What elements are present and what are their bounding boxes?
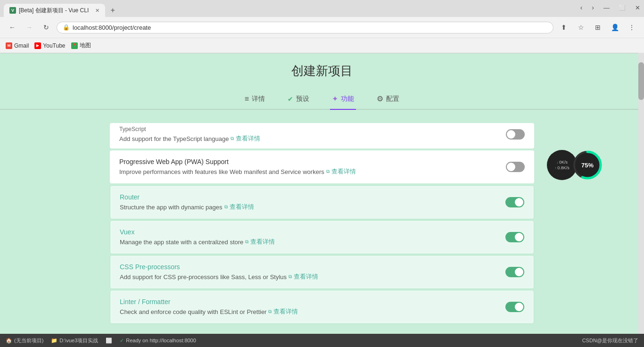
scrollbar-track[interactable] <box>638 53 644 334</box>
linter-link[interactable]: 查看详情 <box>273 307 298 316</box>
router-toggle[interactable] <box>505 197 524 207</box>
typescript-link-icon: ⧉ <box>231 136 234 141</box>
feature-pwa-name: Progressive Web App (PWA) Support <box>119 158 506 165</box>
router-link[interactable]: 查看详情 <box>230 203 254 211</box>
linter-toggle[interactable] <box>505 302 524 312</box>
features-icon: ✦ <box>332 94 338 103</box>
css-link-icon: ⧉ <box>289 274 292 280</box>
tab-presets-label: 预设 <box>296 95 309 103</box>
folder-icon: 📁 <box>51 338 58 344</box>
tab-features[interactable]: ✦ 功能 <box>330 91 356 110</box>
css-link[interactable]: 查看详情 <box>294 273 318 281</box>
router-link-icon: ⧉ <box>224 204 228 210</box>
tab-title: [Beta] 创建新项目 - Vue CLI <box>19 7 89 15</box>
forward-button[interactable]: → <box>23 21 36 34</box>
tab-config[interactable]: ⚙ 配置 <box>375 91 401 110</box>
bookmark-youtube-label: YouTube <box>43 42 65 49</box>
feature-pwa: Progressive Web App (PWA) Support Improv… <box>110 150 534 183</box>
feature-css-preprocessors: CSS Pre-processors Add support for CSS p… <box>110 255 534 289</box>
bookmark-gmail-label: Gmail <box>14 42 29 49</box>
status-path: 📁 D:\vue3项目实战 <box>51 337 98 344</box>
typescript-link[interactable]: 查看详情 <box>236 134 260 143</box>
feature-css-name: CSS Pre-processors <box>120 263 505 271</box>
main-content: 创建新项目 ≡ 详情 ✔ 预设 ✦ 功能 ⚙ 配置 TypeScript Add… <box>0 53 644 347</box>
vuex-toggle[interactable] <box>505 232 524 242</box>
menu-button[interactable]: ⋮ <box>625 21 638 34</box>
home-icon: 🏠 <box>6 338 12 344</box>
minimize-button[interactable]: — <box>603 4 610 11</box>
profile-button[interactable]: 👤 <box>608 21 621 34</box>
tab-scroll-left[interactable]: ‹ <box>580 4 583 11</box>
share-button[interactable]: ⬆ <box>557 21 570 34</box>
terminal-icon: ⬜ <box>106 338 112 344</box>
tab-scroll-right[interactable]: › <box>592 4 594 11</box>
tab-details-label: 详情 <box>252 95 265 103</box>
feature-typescript: TypeScript Add support for the TypeScrip… <box>110 123 534 149</box>
feature-vuex-name: Vuex <box>120 228 505 236</box>
feature-router: Router Structure the app with dynamic pa… <box>110 185 534 219</box>
typescript-toggle[interactable] <box>506 129 525 140</box>
close-button[interactable]: ✕ <box>635 4 640 11</box>
feature-typescript-desc: Add support for the TypeScript language … <box>119 134 506 143</box>
page-title: 创建新项目 <box>291 63 353 79</box>
tab-features-label: 功能 <box>341 95 354 103</box>
sidebar-button[interactable]: ⊞ <box>591 21 604 34</box>
feature-linter-name: Linter / Formatter <box>120 298 505 306</box>
lock-icon: 🔒 <box>63 24 70 31</box>
status-bar: 🏠 (无当前项目) 📁 D:\vue3项目实战 ⬜ ✓ Ready on htt… <box>0 334 644 347</box>
network-widget: ↓ 0K/s ↑ 0.8K/s 75% <box>547 150 603 180</box>
feature-router-name: Router <box>120 193 505 201</box>
details-icon: ≡ <box>245 95 249 103</box>
back-button[interactable]: ← <box>6 21 19 34</box>
feature-linter-desc: Check and enforce code quality with ESLi… <box>120 307 505 316</box>
vuex-link[interactable]: 查看详情 <box>250 238 275 246</box>
bookmark-youtube[interactable]: ▶ YouTube <box>34 42 65 49</box>
browser-tab[interactable]: V [Beta] 创建新项目 - Vue CLI ✕ <box>4 4 105 17</box>
tab-details[interactable]: ≡ 详情 <box>243 91 267 110</box>
reload-button[interactable]: ↻ <box>40 21 53 34</box>
address-text: localhost:8000/project/create <box>73 24 151 31</box>
progress-circle: 75% <box>572 150 603 180</box>
feature-css-desc: Add support for CSS pre-processors like … <box>120 273 505 281</box>
tab-close-button[interactable]: ✕ <box>95 8 99 14</box>
css-toggle[interactable] <box>505 267 524 277</box>
feature-vuex: Vuex Manage the app state with a central… <box>110 220 534 254</box>
new-tab-button[interactable]: + <box>107 5 118 16</box>
feature-vuex-desc: Manage the app state with a centralized … <box>120 238 505 246</box>
feature-typescript-name: TypeScript <box>119 126 506 132</box>
bookmark-maps-label: 地图 <box>80 41 91 50</box>
download-speed: ↓ 0K/s <box>556 160 568 165</box>
presets-icon: ✔ <box>288 95 293 103</box>
vuex-link-icon: ⧉ <box>245 239 248 245</box>
config-icon: ⚙ <box>377 94 383 103</box>
status-no-project: 🏠 (无当前项目) <box>6 337 43 344</box>
maximize-button[interactable]: ⬜ <box>619 5 626 11</box>
tab-presets[interactable]: ✔ 预设 <box>286 91 311 110</box>
pwa-link-icon: ⧉ <box>326 169 330 174</box>
bookmark-maps[interactable]: 📍 地图 <box>71 41 91 50</box>
pwa-toggle[interactable] <box>506 162 525 172</box>
status-right: CSDN@是你现在没错了 <box>582 337 638 344</box>
tab-config-label: 配置 <box>386 95 399 103</box>
scrollbar-thumb[interactable] <box>638 62 644 100</box>
check-icon: ✓ <box>120 338 124 344</box>
address-bar[interactable]: 🔒 localhost:8000/project/create <box>57 22 553 33</box>
bookmark-gmail[interactable]: M Gmail <box>6 42 29 49</box>
feature-pwa-desc: Improve performances with features like … <box>119 167 506 176</box>
linter-link-icon: ⧉ <box>268 309 272 314</box>
features-list: TypeScript Add support for the TypeScrip… <box>110 123 534 325</box>
status-terminal: ⬜ <box>106 338 112 344</box>
status-ready: ✓ Ready on http://localhost:8000 <box>120 338 196 344</box>
pwa-link[interactable]: 查看详情 <box>331 167 356 176</box>
feature-linter: Linter / Formatter Check and enforce cod… <box>110 290 534 324</box>
tab-bar: ≡ 详情 ✔ 预设 ✦ 功能 ⚙ 配置 <box>0 91 644 110</box>
progress-percent: 75% <box>581 162 594 169</box>
upload-speed: ↑ 0.8K/s <box>554 165 570 170</box>
bookmark-button[interactable]: ☆ <box>574 21 587 34</box>
feature-router-desc: Structure the app with dynamic pages ⧉ 查… <box>120 203 505 211</box>
